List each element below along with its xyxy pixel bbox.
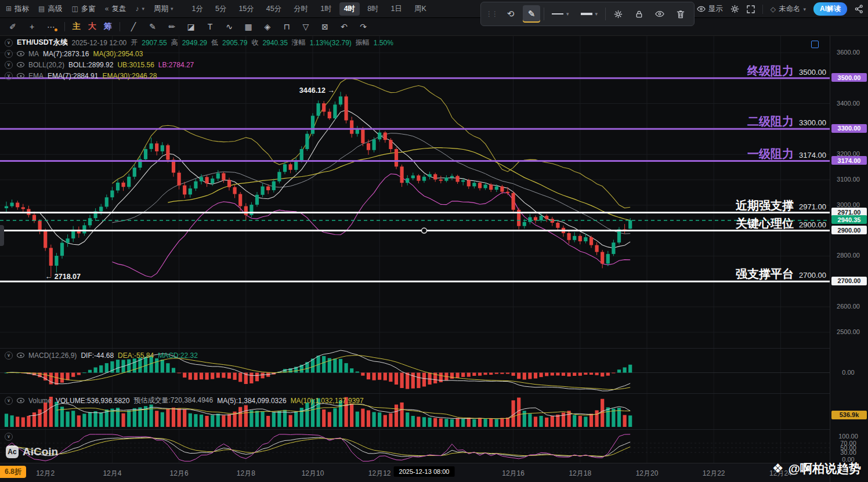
trend-line-tool-icon[interactable]: ╱	[128, 22, 139, 31]
visibility-eye-icon[interactable]	[17, 353, 24, 358]
menu-multi-window[interactable]: ◫多窗	[71, 4, 95, 14]
menu-replay[interactable]: «复盘	[105, 4, 126, 14]
price-axis-label: 3100.00	[830, 176, 866, 183]
lock-icon[interactable]	[630, 5, 648, 23]
crosshair-tool-icon[interactable]: +	[26, 22, 38, 31]
volume-value: VOLUME:536,936.5820	[56, 397, 129, 405]
period-dropdown[interactable]: 周期 ▾	[154, 4, 173, 14]
menu-advanced[interactable]: ▤高级	[38, 4, 62, 14]
line-width-dropdown[interactable]: ▾	[577, 5, 602, 23]
advanced-icon: ▤	[38, 5, 45, 13]
grid-tool-icon[interactable]: ▦	[243, 22, 254, 31]
chart-settings-gear-icon[interactable]	[730, 5, 739, 13]
high-value: 2949.29	[182, 39, 207, 47]
trash-icon[interactable]	[672, 5, 689, 23]
collapse-chevron-icon[interactable]: ∨	[5, 61, 13, 69]
line-style-dropdown[interactable]: ▾	[548, 5, 573, 23]
share-icon[interactable]	[855, 5, 863, 13]
filter-tool-icon[interactable]: ▽	[300, 22, 312, 31]
pencil-active-icon[interactable]: ✎	[523, 5, 540, 23]
volume-ma10-value: MA(10):1,032,137.9397	[291, 397, 364, 405]
discount-badge[interactable]: 6.8折	[0, 466, 26, 478]
diamond-logo-icon: ❖	[772, 461, 784, 476]
boll-ub-value: UB:3015.56	[117, 61, 154, 69]
select-tool-icon[interactable]: ✐	[7, 22, 19, 31]
magnet-tool-icon[interactable]: ⊓	[281, 22, 292, 31]
timeframe-1日[interactable]: 1日	[386, 2, 407, 16]
settings-gear-icon[interactable]	[609, 5, 627, 23]
collapse-chevron-icon[interactable]: ∨	[5, 351, 13, 360]
template-dropdown[interactable]: ◇ 未命名 ▾	[771, 4, 806, 14]
amplitude-label: 振幅	[356, 38, 370, 48]
voice-broadcast-button[interactable]: ♪ ▾	[135, 5, 144, 13]
time-axis-label: 12月4	[103, 469, 121, 479]
aicoin-logo-text: AiCoin	[23, 445, 58, 458]
macd-title: MACD(12,26,9)	[28, 351, 77, 360]
visibility-eye-icon[interactable]	[17, 62, 24, 67]
reset-rotation-icon[interactable]: ⟲	[502, 5, 519, 23]
price-axis-badge: 2700.00	[831, 277, 867, 285]
time-axis[interactable]: 12月212月412月612月812月1012月1212月1612月1812月2…	[0, 463, 868, 482]
eraser-tool-icon[interactable]: ◪	[185, 22, 197, 31]
oscillator-svg[interactable]	[0, 429, 830, 463]
price-axis[interactable]: 3600.003500.003400.003300.003200.003174.…	[830, 36, 868, 482]
visibility-eye-icon[interactable]	[17, 73, 24, 78]
display-label: 显示	[708, 4, 723, 14]
big-font-button[interactable]: 大	[88, 21, 96, 32]
author-watermark: ❖ @啊柏说趋势	[772, 461, 861, 477]
timeframe-1分[interactable]: 1分	[187, 2, 208, 16]
more-tools-icon[interactable]: ⋯	[45, 22, 57, 31]
redo-icon[interactable]: ↷	[357, 22, 369, 31]
menu-indicators[interactable]: ⊞指标	[6, 4, 29, 14]
volume-axis-badge: 536.9k	[831, 411, 867, 419]
panel-divider[interactable]	[0, 393, 830, 394]
visibility-eye-icon[interactable]	[17, 398, 24, 403]
timeframe-分时[interactable]: 分时	[289, 2, 313, 16]
symbol-name: ETH/USDT永续	[17, 38, 68, 48]
timeframe-周K[interactable]: 周K	[410, 2, 431, 16]
timeframe-45分[interactable]: 45分	[262, 2, 286, 16]
candlestick-svg[interactable]	[0, 36, 830, 348]
change-label: 涨幅	[292, 38, 306, 48]
timeframe-1时[interactable]: 1时	[316, 2, 336, 16]
oscillator-legend: ∨	[5, 432, 13, 441]
pattern-tool-icon[interactable]: ◈	[262, 22, 273, 31]
timeframe-8时[interactable]: 8时	[363, 2, 383, 16]
drag-handle-icon[interactable]: ⋮⋮	[486, 10, 497, 18]
boll-title: BOLL(20,2)	[28, 61, 64, 69]
panel-divider[interactable]	[0, 348, 830, 349]
display-toggle[interactable]: 显示	[697, 4, 723, 14]
ai-analysis-button[interactable]: AI解读	[813, 2, 847, 16]
text-tool-icon[interactable]: T	[204, 22, 216, 31]
timeframe-15分[interactable]: 15分	[234, 2, 258, 16]
visibility-eye-icon[interactable]	[17, 51, 24, 56]
timeframe-5分[interactable]: 5分	[211, 2, 231, 16]
collapse-chevron-icon[interactable]: ∨	[5, 397, 13, 405]
panel-maximize-icon[interactable]	[811, 41, 819, 48]
candle-datetime: 2025-12-19 12:00	[72, 39, 127, 47]
collapse-chevron-icon[interactable]: ∨	[5, 72, 13, 80]
ohlc-legend-row: ∨ ETH/USDT永续 2025-12-19 12:00 开 2907.55 …	[5, 38, 393, 47]
price-axis-badge: 2900.00	[831, 226, 867, 234]
brush-tool-icon[interactable]: ✏	[166, 22, 178, 31]
collapse-chevron-icon[interactable]: ∨	[5, 39, 13, 47]
panel-divider[interactable]	[0, 429, 830, 430]
thick-line-sample-icon	[581, 13, 592, 15]
wave-tool-icon[interactable]: ∿	[223, 22, 235, 31]
delete-tool-icon[interactable]: ⊠	[319, 22, 331, 31]
line-sample-icon	[552, 13, 563, 15]
visibility-eye-icon[interactable]	[651, 5, 668, 23]
pencil-tool-icon[interactable]: ✎	[147, 22, 158, 31]
ma7-value: MA(7):2873.16	[43, 50, 89, 58]
ema30-value: EMA(30):2946.28	[102, 72, 157, 80]
main-chart-button[interactable]: 主	[73, 21, 81, 32]
collapse-chevron-icon[interactable]: ∨	[5, 50, 13, 58]
undo-icon[interactable]: ↶	[338, 22, 350, 31]
fullscreen-icon[interactable]	[747, 5, 755, 13]
sidebar-drag-handle[interactable]	[0, 225, 4, 246]
timeframe-4时[interactable]: 4时	[339, 2, 360, 16]
ema-legend-row: ∨ EMA EMA(7):2884.91 EMA(30):2946.28	[5, 71, 393, 80]
collapse-chevron-icon[interactable]: ∨	[5, 433, 13, 441]
oscillator-axis-label: 30.00	[830, 449, 866, 456]
chips-button[interactable]: 筹	[104, 21, 112, 32]
